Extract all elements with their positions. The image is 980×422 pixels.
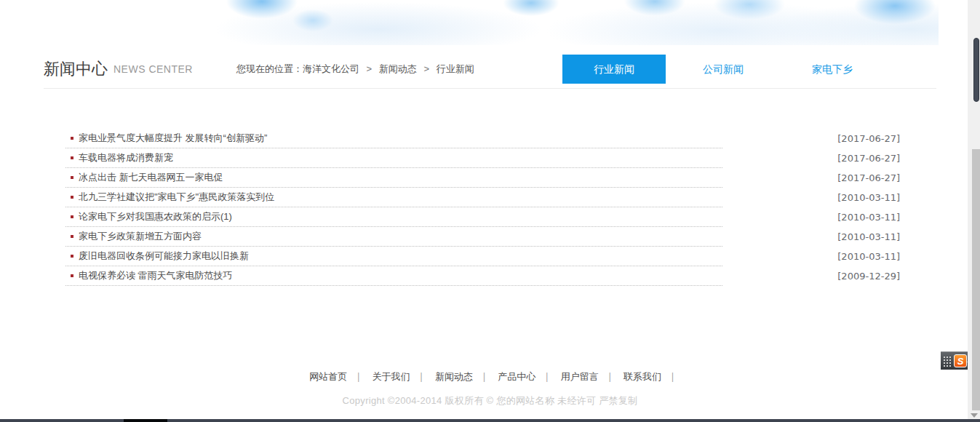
news-link[interactable]: 北九三学社建议把"家电下乡"惠民政策落实到位 (79, 191, 274, 204)
copyright-text: Copyright ©2004-2014 版权所有 © 您的网站名称 未经许可 … (44, 394, 936, 407)
breadcrumb-item-industry-news[interactable]: 行业新闻 (437, 63, 474, 74)
news-date: [2009-12-29] (837, 271, 900, 282)
footer-separator: ｜ (668, 371, 677, 382)
news-link[interactable]: 家电下乡政策新增五方面内容 (79, 230, 202, 243)
news-category-tabs: 行业新闻 公司新闻 家电下乡 (557, 55, 884, 84)
footer-separator: ｜ (542, 371, 551, 382)
breadcrumb: 您现在的位置：海洋文化公司 > 新闻动态 > 行业新闻 (236, 63, 474, 76)
footer-separator: ｜ (605, 371, 615, 382)
news-row: 北九三学社建议把"家电下乡"惠民政策落实到位 [2010-03-11] (65, 188, 936, 207)
page-footer: 网站首页｜ 关于我们｜ 新闻动态｜ 产品中心｜ 用户留言｜ 联系我们｜ Copy… (44, 370, 936, 407)
tab-appliances-countryside[interactable]: 家电下乡 (781, 55, 884, 84)
breadcrumb-item-company[interactable]: 海洋文化公司 (303, 63, 359, 74)
news-date: [2010-03-11] (837, 231, 900, 242)
news-row: 电视保养必读 雷雨天气家电防范技巧 [2009-12-29] (65, 266, 936, 286)
news-row: 废旧电器回收条例可能接力家电以旧换新 [2010-03-11] (65, 247, 936, 266)
bullet-icon (71, 176, 73, 179)
footer-link-contact[interactable]: 联系我们 (624, 371, 661, 382)
bullet-icon (71, 215, 73, 218)
cloud-banner-image (124, 0, 939, 45)
footer-link-about[interactable]: 关于我们 (373, 371, 410, 382)
bullet-icon (71, 156, 73, 159)
main-content: 新闻中心 NEWS CENTER 您现在的位置：海洋文化公司 > 新闻动态 > … (44, 49, 936, 407)
tab-industry-news[interactable]: 行业新闻 (562, 55, 666, 84)
news-link[interactable]: 家电业景气度大幅度提升 发展转向“创新驱动” (79, 132, 267, 145)
footer-link-home[interactable]: 网站首页 (309, 371, 347, 382)
news-link[interactable]: 电视保养必读 雷雨天气家电防范技巧 (79, 269, 233, 282)
footer-link-news[interactable]: 新闻动态 (435, 371, 473, 382)
news-date: [2017-06-27] (837, 133, 900, 144)
breadcrumb-prefix: 您现在的位置： (236, 63, 303, 74)
breadcrumb-separator: > (367, 63, 373, 74)
news-date: [2017-06-27] (837, 153, 900, 164)
bullet-icon (71, 235, 73, 238)
news-date: [2010-03-11] (837, 192, 900, 203)
sogou-ime-icon[interactable]: S (954, 354, 967, 367)
news-row: 冰点出击 新七天电器网五一家电促 [2017-06-27] (65, 168, 936, 188)
news-date: [2010-03-11] (837, 251, 900, 262)
tab-company-news[interactable]: 公司新闻 (672, 55, 775, 84)
breadcrumb-item-news[interactable]: 新闻动态 (379, 63, 417, 74)
footer-separator: ｜ (354, 371, 363, 382)
page-subtitle: NEWS CENTER (113, 63, 193, 75)
bullet-icon (71, 196, 73, 199)
news-row: 家电业景气度大幅度提升 发展转向“创新驱动” [2017-06-27] (65, 129, 936, 148)
news-date: [2010-03-11] (837, 212, 900, 223)
drag-handle-dots-icon[interactable] (943, 356, 952, 367)
news-row: 家电下乡政策新增五方面内容 [2010-03-11] (65, 227, 936, 247)
footer-link-products[interactable]: 产品中心 (498, 371, 535, 382)
scroll-down-arrow-icon[interactable] (971, 413, 978, 418)
section-header: 新闻中心 NEWS CENTER 您现在的位置：海洋文化公司 > 新闻动态 > … (44, 49, 936, 89)
news-list: 家电业景气度大幅度提升 发展转向“创新驱动” [2017-06-27] 车载电器… (65, 129, 936, 286)
news-row: 车载电器将成消费新宠 [2017-06-27] (65, 148, 936, 168)
news-link[interactable]: 废旧电器回收条例可能接力家电以旧换新 (79, 250, 249, 263)
footer-separator: ｜ (479, 371, 489, 382)
taskbar-edge-dark-segment (124, 419, 167, 422)
footer-nav: 网站首页｜ 关于我们｜ 新闻动态｜ 产品中心｜ 用户留言｜ 联系我们｜ (44, 370, 936, 383)
scrollbar-track[interactable] (968, 0, 980, 422)
footer-separator: ｜ (417, 371, 426, 382)
taskbar-edge (0, 419, 980, 422)
news-link[interactable]: 论家电下乡对我国惠农政策的启示(1) (79, 210, 232, 223)
breadcrumb-separator: > (423, 63, 429, 74)
bullet-icon (71, 255, 73, 258)
page-title: 新闻中心 (44, 58, 108, 80)
footer-link-message[interactable]: 用户留言 (561, 371, 599, 382)
news-link[interactable]: 车载电器将成消费新宠 (79, 151, 173, 164)
scrollbar-thumb[interactable] (973, 38, 979, 102)
bullet-icon (71, 274, 73, 277)
scrollbar-thumb-secondary[interactable] (972, 149, 980, 410)
bullet-icon (71, 137, 73, 140)
news-date: [2017-06-27] (837, 172, 900, 183)
news-link[interactable]: 冰点出击 新七天电器网五一家电促 (79, 171, 223, 184)
news-row: 论家电下乡对我国惠农政策的启示(1) [2010-03-11] (65, 207, 936, 227)
